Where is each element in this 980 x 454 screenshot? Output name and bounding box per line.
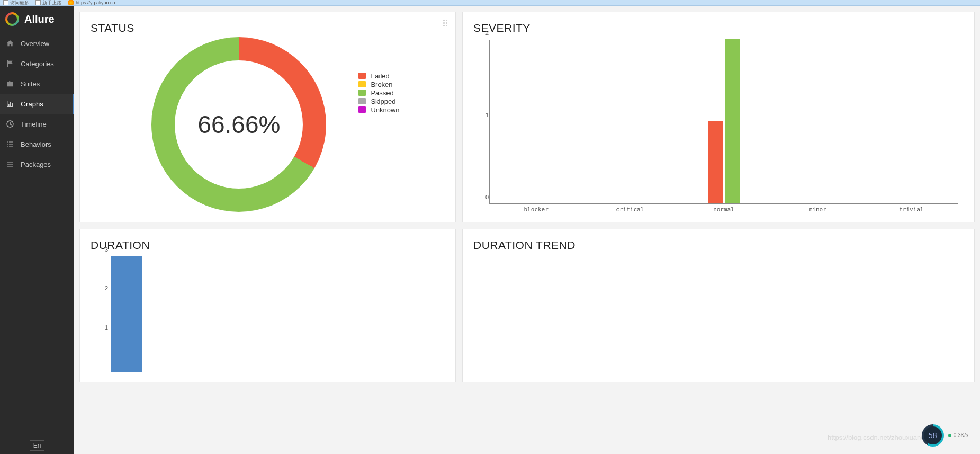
card-title: SEVERITY [473, 22, 964, 34]
sidebar-item-label: Categories [21, 60, 54, 68]
severity-card: SEVERITY 012 blockercriticalnormalminort… [462, 12, 975, 222]
legend-item-unknown[interactable]: Unknown [358, 106, 399, 114]
card-title: STATUS [91, 22, 445, 34]
duration-bar[interactable] [111, 256, 142, 372]
y-tick-label: 0 [478, 194, 489, 200]
y-tick-label: 1 [478, 112, 489, 118]
sidebar-item-label: Graphs [21, 100, 43, 108]
x-tick-label: trivial [865, 206, 958, 213]
duration-bar-chart[interactable]: 123 [91, 252, 445, 373]
x-tick-label: critical [583, 206, 677, 213]
legend-item-failed[interactable]: Failed [358, 72, 399, 80]
home-icon [5, 39, 15, 48]
duration-card: DURATION 123 [79, 229, 456, 382]
swatch-icon [358, 81, 366, 87]
sidebar-item-label: Behaviors [21, 140, 51, 148]
card-title: DURATION [91, 239, 445, 252]
legend-item-passed[interactable]: Passed [358, 89, 399, 97]
sidebar-item-categories[interactable]: Categories [0, 54, 74, 74]
status-card: STATUS 66.66% Failed Broken Passed Skipp… [79, 12, 456, 222]
drag-handle-icon[interactable] [443, 20, 448, 27]
firefox-icon [68, 0, 74, 6]
perf-indicator[interactable]: 58 0.3K/s [922, 424, 968, 447]
card-title: DURATION TREND [473, 239, 964, 252]
bookmark-getting-started[interactable]: 新手上路 [35, 0, 61, 6]
status-donut-chart[interactable]: 66.66% [151, 37, 326, 212]
x-tick-label: minor [771, 206, 865, 213]
content: STATUS 66.66% Failed Broken Passed Skipp… [74, 6, 980, 454]
swatch-icon [358, 98, 366, 104]
status-legend: Failed Broken Passed Skipped Unknown [358, 72, 399, 114]
status-dot-icon [948, 434, 951, 437]
language-switcher[interactable]: En [0, 437, 74, 454]
y-tick-label: 1 [98, 324, 108, 331]
chart-icon [5, 100, 15, 108]
sidebar: Allure Overview Categories Suites Graphs… [0, 6, 74, 454]
sidebar-item-overview[interactable]: Overview [0, 33, 74, 54]
svg-point-0 [6, 13, 18, 25]
sidebar-item-suites[interactable]: Suites [0, 74, 74, 94]
flag-icon [5, 59, 15, 68]
sidebar-item-packages[interactable]: Packages [0, 154, 74, 174]
clock-icon [5, 120, 15, 128]
sidebar-item-timeline[interactable]: Timeline [0, 114, 74, 134]
donut-center-label: 66.66% [151, 37, 326, 212]
bookmark-most-visited[interactable]: 访问最多 [3, 0, 29, 6]
y-tick-label: 2 [98, 285, 108, 291]
brand-name: Allure [24, 13, 55, 25]
y-tick-label: 3 [98, 246, 108, 253]
sidebar-item-graphs[interactable]: Graphs [0, 94, 74, 114]
list-icon [5, 140, 15, 148]
severity-bar[interactable] [725, 39, 740, 203]
bookmark-url[interactable]: https://yq.aliyun.co... [68, 0, 119, 6]
swatch-icon [358, 106, 366, 113]
x-tick-label: normal [677, 206, 770, 213]
sidebar-item-label: Timeline [21, 120, 47, 128]
sidebar-item-behaviors[interactable]: Behaviors [0, 134, 74, 154]
severity-bar[interactable] [708, 121, 723, 203]
briefcase-icon [5, 79, 15, 88]
sidebar-item-label: Packages [21, 161, 51, 168]
browser-bookmarks-bar: 访问最多 新手上路 https://yq.aliyun.co... [0, 0, 980, 6]
y-tick-label: 2 [478, 30, 489, 36]
watermark-text: https://blog.csdn.net/zhouxuan623 [828, 433, 932, 441]
sidebar-nav: Overview Categories Suites Graphs Timeli… [0, 33, 74, 437]
severity-bar-chart[interactable]: 012 blockercriticalnormalminortrivial [473, 34, 964, 215]
legend-item-skipped[interactable]: Skipped [358, 97, 399, 105]
brand[interactable]: Allure [0, 6, 74, 33]
swatch-icon [358, 73, 366, 79]
sidebar-item-label: Overview [21, 40, 49, 48]
duration-trend-card: DURATION TREND [462, 229, 975, 382]
perf-net-speed: 0.3K/s [948, 433, 968, 438]
list2-icon [5, 160, 15, 168]
x-tick-label: blocker [489, 206, 583, 213]
allure-logo-icon [5, 12, 19, 26]
sidebar-item-label: Suites [21, 80, 40, 88]
swatch-icon [358, 90, 366, 96]
legend-item-broken[interactable]: Broken [358, 81, 399, 88]
perf-ring-icon: 58 [922, 424, 944, 447]
